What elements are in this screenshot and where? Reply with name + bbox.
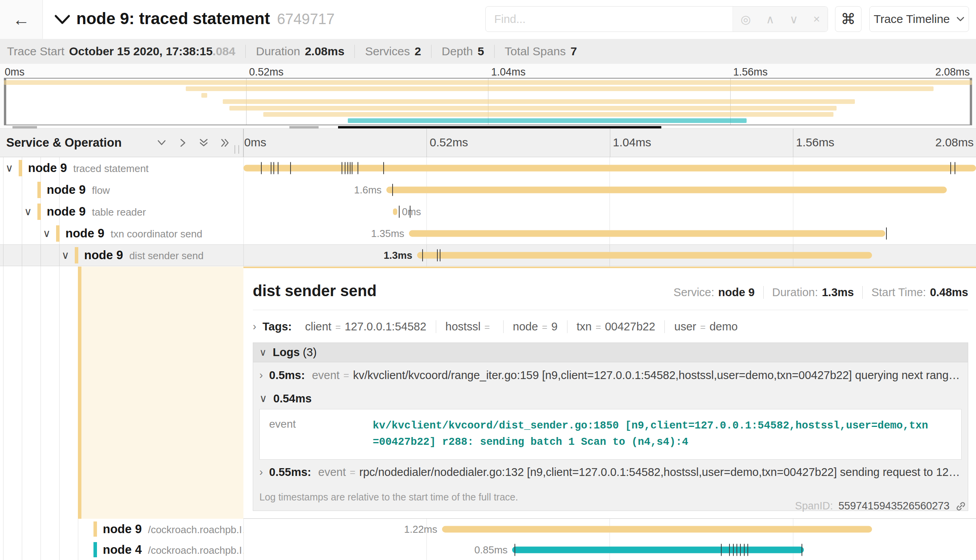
log-entry-collapsed[interactable]: › 0.5ms: event = kv/kvclient/kvcoord/ran… xyxy=(253,362,968,388)
expand-one-icon[interactable] xyxy=(178,138,188,148)
logs-accordion: ∨ Logs (3) › 0.5ms: event = kv/kvclient/… xyxy=(253,342,968,511)
log-marker xyxy=(290,162,291,174)
minimap-span-bar xyxy=(223,99,855,104)
tags-label: Tags: xyxy=(262,320,292,333)
operation-name: table reader xyxy=(92,206,146,218)
log-entry-collapsed[interactable]: › 0.55ms: event = rpc/nodedialer/nodedia… xyxy=(253,460,968,485)
log-marker xyxy=(345,162,345,174)
trace-collapse-chevron[interactable] xyxy=(54,13,71,26)
next-match-icon[interactable]: ∨ xyxy=(789,12,798,26)
equals-sign: = xyxy=(344,370,349,381)
span-bar-cell[interactable]: 1.22ms xyxy=(243,519,976,539)
span-list: ∨node 9traced statementnode 9flow1.6ms∨n… xyxy=(0,157,976,266)
span-bar-cell[interactable]: 1.6ms xyxy=(243,179,976,201)
log-marker xyxy=(350,162,351,174)
log-marker xyxy=(747,544,748,556)
span-row[interactable]: ∨node 9table reader0ms xyxy=(0,201,976,223)
service-color-bar xyxy=(93,542,97,557)
span-name-cell[interactable]: ∨node 9traced statement xyxy=(0,157,243,179)
span-name-cell[interactable]: ∨node 9dist sender send xyxy=(0,244,243,266)
span-bar-cell[interactable]: 0ms xyxy=(243,201,976,223)
span-duration: Duration:1.3ms xyxy=(763,286,854,299)
service-name: node 9 xyxy=(47,183,86,197)
chevron-down-icon[interactable]: ∨ xyxy=(5,163,13,174)
log-marker xyxy=(347,162,348,174)
log-marker xyxy=(736,544,737,556)
service-color-bar xyxy=(19,160,22,176)
chevron-down-icon[interactable]: ∨ xyxy=(62,250,69,261)
tags-row[interactable]: › Tags: client=127.0.0.1:54582 hostssl= … xyxy=(253,320,968,333)
span-bar[interactable] xyxy=(393,209,397,215)
minimap-left-handle[interactable] xyxy=(4,78,6,125)
trace-minimap: 0ms0.52ms1.04ms1.56ms2.08ms xyxy=(0,64,976,128)
view-selector-label: Trace Timeline xyxy=(874,12,950,26)
prev-match-icon[interactable]: ∧ xyxy=(766,12,774,26)
collapse-all-icon[interactable] xyxy=(199,138,209,148)
span-bar-cell[interactable]: 1.35ms xyxy=(243,223,976,244)
span-detail-title: dist sender send xyxy=(253,282,377,300)
logs-header[interactable]: ∨ Logs (3) xyxy=(253,343,968,362)
span-name-cell[interactable]: node 4/cockroach.roachpb.I… xyxy=(0,539,243,560)
chevron-down-icon: ∨ xyxy=(259,392,267,405)
span-bar[interactable] xyxy=(442,526,872,532)
span-name-cell[interactable]: node 9/cockroach.roachpb.I… xyxy=(0,519,243,539)
column-resizer-handle[interactable] xyxy=(234,145,239,154)
trace-start-value: October 15 2020, 17:38:15.084 xyxy=(69,45,235,58)
find-input[interactable] xyxy=(486,7,733,32)
span-name-cell[interactable]: ∨node 9txn coordinator send xyxy=(0,223,243,244)
duration-label: 0.85ms xyxy=(474,544,507,556)
span-bar-cell[interactable]: 1.3ms xyxy=(243,244,976,266)
log-marker xyxy=(514,544,515,556)
span-row[interactable]: node 4/cockroach.roachpb.I…0.85ms xyxy=(0,539,976,560)
deep-link-icon[interactable] xyxy=(955,500,967,512)
minimap-tick-label: 1.56ms xyxy=(733,66,768,78)
span-bar[interactable] xyxy=(409,230,885,237)
span-row[interactable]: ∨node 9txn coordinator send1.35ms xyxy=(0,223,976,244)
ruler-gridline xyxy=(610,129,610,157)
service-color-bar xyxy=(93,521,97,537)
span-bar-cell[interactable] xyxy=(243,157,976,179)
span-row[interactable]: node 9flow1.6ms xyxy=(0,179,976,201)
log-field-preview: rpc/nodedialer/nodedialer.go:132 [n9,cli… xyxy=(359,466,962,479)
collapse-one-icon[interactable] xyxy=(157,138,167,148)
log-marker xyxy=(802,544,802,556)
trace-summary-bar: Trace Start October 15 2020, 17:38:15.08… xyxy=(0,39,976,64)
span-name-cell[interactable]: ∨node 9table reader xyxy=(0,201,243,223)
keyboard-shortcuts-button[interactable]: ⌘ xyxy=(835,6,861,32)
logs-title: Logs xyxy=(273,346,299,359)
back-button[interactable]: ← xyxy=(0,0,43,39)
trace-name: node 9: traced statement xyxy=(76,9,270,28)
minimap-viewport[interactable] xyxy=(4,78,972,125)
span-bar[interactable] xyxy=(512,546,804,553)
ruler-gridline xyxy=(426,129,427,157)
minimap-tick-labels: 0ms0.52ms1.04ms1.56ms2.08ms xyxy=(4,66,972,78)
span-row[interactable]: node 9/cockroach.roachpb.I…1.22ms xyxy=(0,519,976,539)
view-selector-button[interactable]: Trace Timeline xyxy=(869,6,969,32)
top-bar: ← node 9: traced statement6749717 ◎ ∧ ∨ … xyxy=(0,0,976,39)
span-bar-cell[interactable]: 0.85ms xyxy=(243,539,976,560)
log-field-value: kv/kvclient/kvcoord/dist_sender.go:1850 … xyxy=(373,418,949,451)
chevron-right-icon: › xyxy=(253,321,256,333)
span-name-cell[interactable]: node 9flow xyxy=(0,179,243,201)
minimap-tick-label: 1.04ms xyxy=(491,66,526,78)
locate-icon[interactable]: ◎ xyxy=(740,12,750,26)
find-controls: ◎ ∧ ∨ × xyxy=(733,7,828,32)
span-bar[interactable] xyxy=(243,165,976,172)
equals-sign: = xyxy=(350,467,356,478)
clear-search-icon[interactable]: × xyxy=(813,12,820,26)
service-name: node 9 xyxy=(47,205,86,218)
chevron-down-icon[interactable]: ∨ xyxy=(24,207,32,217)
chevron-down-icon[interactable]: ∨ xyxy=(43,228,51,239)
span-bar[interactable] xyxy=(386,187,947,193)
service-color-bar xyxy=(37,204,41,220)
span-bar[interactable] xyxy=(417,252,872,259)
span-row[interactable]: ∨node 9traced statement xyxy=(0,157,976,179)
log-field-key: event xyxy=(312,369,340,382)
span-row[interactable]: ∨node 9dist sender send1.3ms xyxy=(0,244,976,266)
trace-start-label: Trace Start xyxy=(7,45,64,58)
expand-all-icon[interactable] xyxy=(220,138,230,148)
timeline-header: Service & Operation 0ms0.52ms1.04ms1.56m… xyxy=(0,128,976,157)
minimap-right-handle[interactable] xyxy=(970,78,972,125)
service-name: node 9 xyxy=(28,161,67,175)
log-entry-expanded-header[interactable]: ∨ 0.54ms xyxy=(253,388,968,409)
